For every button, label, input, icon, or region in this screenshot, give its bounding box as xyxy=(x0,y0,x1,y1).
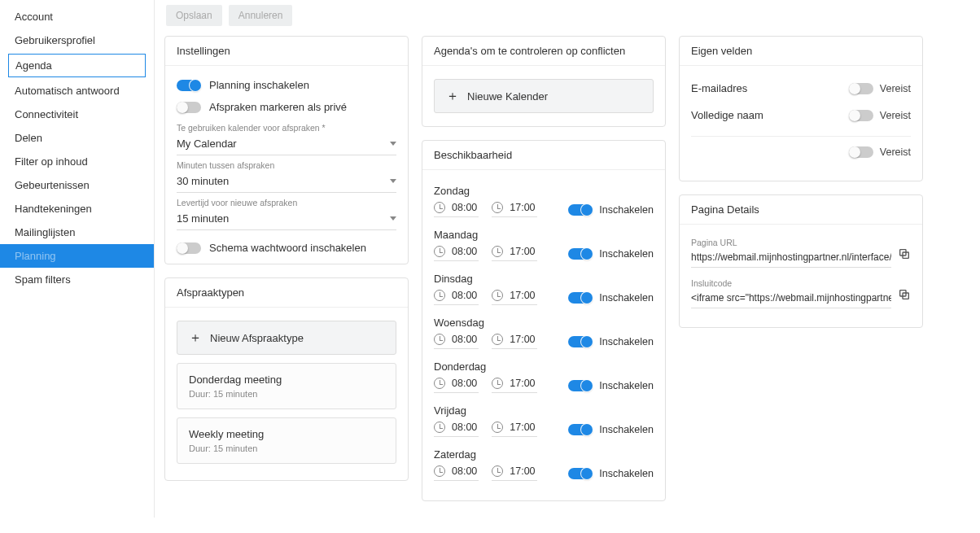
page-url-value[interactable]: https://webmail.mijnhostingpartner.nl/in… xyxy=(691,249,891,268)
sidebar-item-agenda[interactable]: Agenda xyxy=(8,54,146,77)
end-time-input[interactable]: 17:00 xyxy=(492,290,536,305)
toggle-required-email[interactable] xyxy=(849,83,873,94)
copy-icon[interactable] xyxy=(898,288,911,301)
new-calendar-button[interactable]: ＋ Nieuwe Kalender xyxy=(434,79,654,113)
clock-icon xyxy=(492,246,503,257)
availability-day: Donderdag08:0017:00Inschakelen xyxy=(434,360,654,393)
sidebar: Account Gebruikersprofiel Agenda Automat… xyxy=(0,0,155,518)
plus-icon: ＋ xyxy=(189,331,202,344)
sidebar-item-autoresponder[interactable]: Automatisch antwoord xyxy=(0,79,154,103)
enable-label: Inschakelen xyxy=(599,204,654,216)
toggle-mark-private[interactable] xyxy=(177,102,201,113)
availability-day: Zondag08:0017:00Inschakelen xyxy=(434,185,654,217)
end-time-input[interactable]: 17:00 xyxy=(492,334,536,349)
new-calendar-label: Nieuwe Kalender xyxy=(467,90,548,103)
custom-field-label: E-mailadres xyxy=(691,82,747,94)
minutes-field-label: Minuten tussen afspraken xyxy=(177,160,396,170)
new-appointment-type-button[interactable]: ＋ Nieuw Afspraaktype xyxy=(177,321,396,355)
toggle-day-enable[interactable] xyxy=(568,248,593,260)
day-name: Maandag xyxy=(434,229,654,241)
sidebar-item-userprofile[interactable]: Gebruikersprofiel xyxy=(0,28,154,52)
cancel-button[interactable]: Annuleren xyxy=(229,5,293,26)
enable-label: Inschakelen xyxy=(599,336,654,347)
required-label: Vereist xyxy=(880,110,911,121)
start-time-input[interactable]: 08:00 xyxy=(434,378,479,393)
clock-icon xyxy=(434,334,445,345)
sidebar-item-mailinglists[interactable]: Mailinglijsten xyxy=(0,221,154,244)
settings-panel: Instellingen Planning inschakelen Afspra… xyxy=(164,36,409,264)
toggle-day-enable[interactable] xyxy=(568,468,593,479)
availability-day: Vrijdag08:0017:00Inschakelen xyxy=(434,404,654,437)
day-name: Dinsdag xyxy=(434,273,654,285)
copy-icon[interactable] xyxy=(898,247,911,260)
end-time-input[interactable]: 17:00 xyxy=(492,378,536,393)
start-time-input[interactable]: 08:00 xyxy=(434,334,479,349)
sidebar-item-filter[interactable]: Filter op inhoud xyxy=(0,150,154,173)
sidebar-item-events[interactable]: Gebeurtenissen xyxy=(0,173,154,197)
conflict-calendars-panel: Agenda's om te controleren op conflicten… xyxy=(422,36,666,127)
lead-select[interactable]: 15 minuten xyxy=(177,209,396,230)
page-url-label: Pagina URL xyxy=(691,238,911,247)
calendar-select[interactable]: My Calendar xyxy=(177,134,396,155)
toggle-enable-scheduling[interactable] xyxy=(177,80,201,91)
clock-icon xyxy=(434,246,445,257)
day-name: Donderdag xyxy=(434,360,654,373)
lead-field-label: Levertijd voor nieuwe afspraken xyxy=(177,198,396,208)
toggle-day-enable[interactable] xyxy=(568,424,593,435)
start-time-value: 08:00 xyxy=(450,202,479,213)
toggle-day-enable[interactable] xyxy=(568,204,593,216)
custom-field-label: Volledige naam xyxy=(691,109,763,121)
plus-icon: ＋ xyxy=(446,90,459,103)
embed-label: Insluitcode xyxy=(691,278,911,288)
start-time-input[interactable]: 08:00 xyxy=(434,290,479,305)
end-time-input[interactable]: 17:00 xyxy=(492,202,536,217)
end-time-value: 17:00 xyxy=(508,202,536,213)
end-time-input[interactable]: 17:00 xyxy=(492,246,536,261)
start-time-input[interactable]: 08:00 xyxy=(434,465,479,481)
end-time-value: 17:00 xyxy=(508,290,536,301)
clock-icon xyxy=(434,422,445,433)
start-time-input[interactable]: 08:00 xyxy=(434,202,479,217)
toggle-day-enable[interactable] xyxy=(568,380,593,391)
chevron-down-icon xyxy=(390,142,396,146)
page-details-title: Pagina Details xyxy=(680,195,922,225)
toggle-required-fullname[interactable] xyxy=(849,110,873,121)
end-time-value: 17:00 xyxy=(508,422,536,433)
toggle-day-enable[interactable] xyxy=(568,336,593,347)
start-time-value: 08:00 xyxy=(450,246,479,257)
toggle-day-enable[interactable] xyxy=(568,292,593,304)
end-time-input[interactable]: 17:00 xyxy=(492,422,536,437)
appointment-type-card[interactable]: Donderdag meeting Duur: 15 minuten xyxy=(177,363,396,409)
lead-value: 15 minuten xyxy=(177,212,229,225)
start-time-value: 08:00 xyxy=(450,465,479,477)
clock-icon xyxy=(492,465,503,477)
custom-fields-panel: Eigen velden E-mailadres Vereist Volledi… xyxy=(679,36,923,181)
start-time-input[interactable]: 08:00 xyxy=(434,246,479,261)
sidebar-item-spam[interactable]: Spam filters xyxy=(0,268,154,291)
enable-label: Inschakelen xyxy=(599,292,654,304)
appointment-types-panel: Afspraaktypen ＋ Nieuw Afspraaktype Donde… xyxy=(164,277,409,481)
chevron-down-icon xyxy=(390,179,396,183)
sidebar-item-connectivity[interactable]: Connectiviteit xyxy=(0,103,154,126)
calendar-value: My Calendar xyxy=(177,138,237,150)
new-appointment-type-label: Nieuw Afspraaktype xyxy=(210,332,304,344)
sidebar-item-planning[interactable]: Planning xyxy=(0,244,154,268)
availability-panel: Beschikbaarheid Zondag08:0017:00Inschake… xyxy=(422,140,666,501)
end-time-input[interactable]: 17:00 xyxy=(492,465,536,481)
clock-icon xyxy=(492,202,503,213)
availability-title: Beschikbaarheid xyxy=(422,141,665,170)
appointment-types-title: Afspraaktypen xyxy=(165,278,408,308)
enable-label: Inschakelen xyxy=(599,468,654,479)
sidebar-item-account[interactable]: Account xyxy=(0,5,154,28)
start-time-input[interactable]: 08:00 xyxy=(434,422,479,437)
minutes-select[interactable]: 30 minuten xyxy=(177,172,396,193)
minutes-value: 30 minuten xyxy=(177,175,229,187)
save-button[interactable]: Opslaan xyxy=(166,5,222,26)
end-time-value: 17:00 xyxy=(508,334,536,345)
sidebar-item-signatures[interactable]: Handtekeningen xyxy=(0,197,154,221)
embed-value[interactable]: <iframe src="https://webmail.mijnhosting… xyxy=(691,290,891,308)
toggle-schedule-password[interactable] xyxy=(177,242,201,254)
appointment-type-card[interactable]: Weekly meeting Duur: 15 minuten xyxy=(177,417,396,464)
toggle-required-blank[interactable] xyxy=(849,146,873,158)
sidebar-item-share[interactable]: Delen xyxy=(0,126,154,150)
